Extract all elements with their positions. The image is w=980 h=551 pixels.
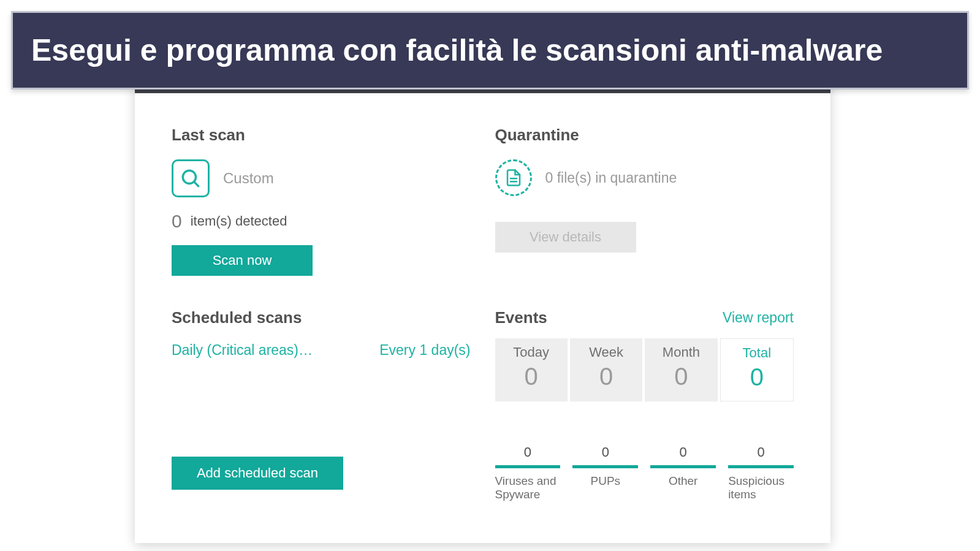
svg-line-1 (194, 182, 199, 186)
scheduled-item-frequency: Every 1 day(s) (379, 342, 470, 359)
tab-total[interactable]: Total 0 (720, 338, 794, 401)
tab-week-label: Week (575, 344, 637, 360)
category-underline (728, 465, 794, 468)
events-title: Events (495, 308, 547, 327)
detected-text: item(s) detected (191, 213, 287, 229)
page-banner-title: Esegui e programma con facilità le scans… (31, 33, 883, 67)
category-underline (495, 465, 561, 468)
quarantine-section: Quarantine 0 file(s) in quarantine View … (495, 126, 794, 284)
tab-week[interactable]: Week 0 (570, 338, 642, 401)
page-banner: Esegui e programma con facilità le scans… (11, 11, 969, 89)
category-viruses-label: Viruses and Spyware (495, 474, 561, 501)
tab-today-value: 0 (500, 363, 563, 390)
tab-month-label: Month (650, 344, 712, 360)
category-pups-count: 0 (572, 444, 638, 465)
scheduled-section: Scheduled scans Daily (Critical areas)… … (172, 308, 471, 509)
category-viruses-count: 0 (495, 444, 561, 465)
magnifier-icon (172, 159, 210, 197)
view-details-button: View details (495, 222, 636, 253)
detected-count: 0 (172, 211, 182, 232)
view-report-link[interactable]: View report (723, 310, 794, 326)
category-underline (650, 465, 716, 468)
antimalware-panel: Last scan Custom 0 item(s) detected Scan… (135, 80, 830, 543)
tab-total-value: 0 (726, 363, 788, 391)
quarantine-summary: 0 file(s) in quarantine (545, 170, 677, 186)
tab-today-label: Today (500, 344, 563, 360)
detected-row: 0 item(s) detected (172, 211, 471, 232)
tab-month-value: 0 (650, 363, 712, 390)
category-suspicious[interactable]: 0 Suspicious items (728, 444, 794, 501)
events-categories: 0 Viruses and Spyware 0 PUPs 0 Other 0 S… (495, 444, 794, 501)
last-scan-section: Last scan Custom 0 item(s) detected Scan… (172, 126, 471, 284)
tab-week-value: 0 (575, 363, 637, 390)
quarantine-icon (495, 159, 532, 196)
events-tabs: Today 0 Week 0 Month 0 Total 0 (495, 338, 794, 401)
add-scheduled-scan-button[interactable]: Add scheduled scan (172, 457, 343, 490)
scheduled-item-name: Daily (Critical areas)… (172, 342, 313, 359)
tab-total-label: Total (726, 345, 788, 361)
scheduled-item[interactable]: Daily (Critical areas)… Every 1 day(s) (172, 342, 471, 359)
scan-now-button[interactable]: Scan now (172, 245, 313, 276)
tab-month[interactable]: Month 0 (645, 338, 717, 401)
category-suspicious-count: 0 (728, 444, 794, 465)
category-other-count: 0 (650, 444, 716, 465)
scheduled-title: Scheduled scans (172, 308, 471, 327)
category-other[interactable]: 0 Other (650, 444, 716, 501)
category-viruses[interactable]: 0 Viruses and Spyware (495, 444, 561, 501)
quarantine-title: Quarantine (495, 126, 794, 145)
category-pups[interactable]: 0 PUPs (572, 444, 638, 501)
category-other-label: Other (650, 474, 716, 488)
last-scan-title: Last scan (172, 126, 471, 145)
category-underline (572, 465, 638, 468)
category-suspicious-label: Suspicious items (728, 474, 794, 501)
last-scan-type-label: Custom (223, 170, 274, 187)
tab-today[interactable]: Today 0 (495, 338, 568, 401)
quarantine-row: 0 file(s) in quarantine (495, 159, 794, 196)
events-section: Events View report Today 0 Week 0 Month … (495, 308, 794, 509)
events-header: Events View report (495, 308, 794, 327)
category-pups-label: PUPs (572, 474, 638, 488)
last-scan-type-row: Custom (172, 159, 471, 197)
